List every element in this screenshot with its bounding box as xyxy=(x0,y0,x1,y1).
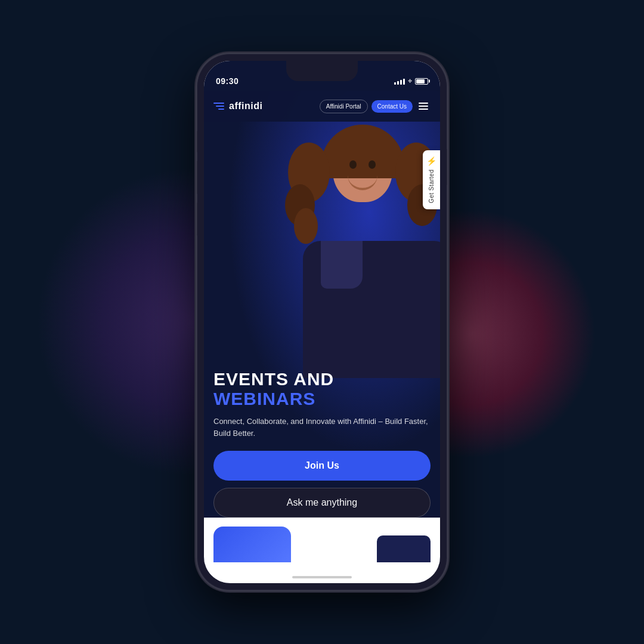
contact-button[interactable]: Contact Us xyxy=(371,100,413,113)
get-started-label: Get Started xyxy=(428,169,435,203)
status-icons: ⌖ xyxy=(394,76,428,86)
notch xyxy=(286,61,358,81)
power-button xyxy=(447,149,447,185)
get-started-button[interactable]: ⚡ Get Started xyxy=(423,150,440,209)
hero-person xyxy=(291,122,440,378)
hero-subtitle: Connect, Collaborate, and Innovate with … xyxy=(213,416,431,439)
wifi-icon: ⌖ xyxy=(408,76,412,86)
status-time: 09:30 xyxy=(216,76,239,86)
logo-icon xyxy=(213,103,224,110)
volume-down-button xyxy=(197,203,197,236)
battery-icon xyxy=(415,78,428,85)
portal-button[interactable]: Affinidi Portal xyxy=(320,100,368,113)
smile xyxy=(348,175,377,190)
eye-left xyxy=(349,160,357,169)
hair-top xyxy=(321,125,404,178)
signal-icon xyxy=(394,78,405,85)
silent-button xyxy=(197,131,197,152)
logo: affinidi xyxy=(213,101,262,112)
person-face xyxy=(333,134,392,202)
screen-content: ⚡ Get Started affinidi Affinidi Portal C… xyxy=(204,91,440,583)
join-us-button[interactable]: Join Us xyxy=(213,451,431,481)
eye-right xyxy=(369,160,376,169)
hero-title-line2: WEBINARS xyxy=(213,389,431,408)
hamburger-menu[interactable] xyxy=(416,100,431,112)
bottom-card-blue xyxy=(213,527,291,562)
phone-screen: 09:30 ⌖ xyxy=(204,61,440,583)
phone-frame: 09:30 ⌖ xyxy=(197,54,447,590)
bottom-section xyxy=(204,518,440,583)
hero-title-line1: EVENTS AND xyxy=(213,369,431,389)
nav-buttons: Affinidi Portal Contact Us xyxy=(320,100,431,113)
home-indicator[interactable] xyxy=(292,576,352,578)
person-body xyxy=(303,241,440,378)
volume-up-button xyxy=(197,161,197,194)
navbar: affinidi Affinidi Portal Contact Us xyxy=(204,91,440,122)
lightning-icon: ⚡ xyxy=(426,156,436,166)
logo-text: affinidi xyxy=(229,101,262,112)
ask-anything-button[interactable]: Ask me anything xyxy=(213,488,431,518)
bottom-card-dark xyxy=(377,535,431,562)
hero-content: EVENTS AND WEBINARS Connect, Collaborate… xyxy=(204,369,440,518)
